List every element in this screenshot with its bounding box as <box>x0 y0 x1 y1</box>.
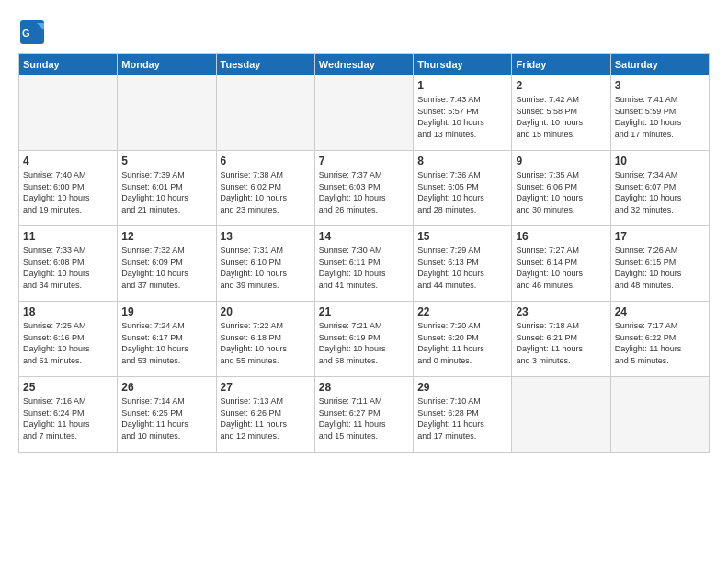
day-header-tuesday: Tuesday <box>216 54 314 75</box>
calendar-cell: 23Sunrise: 7:18 AM Sunset: 6:21 PM Dayli… <box>512 302 610 377</box>
day-info: Sunrise: 7:13 AM Sunset: 6:26 PM Dayligh… <box>221 396 311 442</box>
calendar-cell: 26Sunrise: 7:14 AM Sunset: 6:25 PM Dayli… <box>118 377 216 453</box>
day-number: 20 <box>221 305 311 318</box>
day-info: Sunrise: 7:20 AM Sunset: 6:20 PM Dayligh… <box>417 320 507 366</box>
day-number: 8 <box>417 155 507 167</box>
day-info: Sunrise: 7:25 AM Sunset: 6:16 PM Dayligh… <box>23 320 113 366</box>
day-info: Sunrise: 7:38 AM Sunset: 6:02 PM Dayligh… <box>221 169 311 215</box>
day-number: 2 <box>516 79 606 92</box>
calendar-cell: 6Sunrise: 7:38 AM Sunset: 6:02 PM Daylig… <box>216 151 314 226</box>
calendar-cell: 11Sunrise: 7:33 AM Sunset: 6:08 PM Dayli… <box>19 226 118 302</box>
day-header-thursday: Thursday <box>414 54 512 75</box>
day-info: Sunrise: 7:29 AM Sunset: 6:13 PM Dayligh… <box>417 245 507 291</box>
calendar-cell <box>512 377 610 453</box>
calendar-cell: 14Sunrise: 7:30 AM Sunset: 6:11 PM Dayli… <box>314 226 413 302</box>
day-info: Sunrise: 7:11 AM Sunset: 6:27 PM Dayligh… <box>319 396 409 442</box>
day-number: 1 <box>417 79 507 92</box>
day-info: Sunrise: 7:35 AM Sunset: 6:06 PM Dayligh… <box>516 169 606 215</box>
day-number: 23 <box>516 305 606 318</box>
day-number: 3 <box>615 79 705 92</box>
day-header-saturday: Saturday <box>610 54 709 75</box>
calendar-cell: 28Sunrise: 7:11 AM Sunset: 6:27 PM Dayli… <box>314 377 413 453</box>
day-info: Sunrise: 7:31 AM Sunset: 6:10 PM Dayligh… <box>221 245 311 291</box>
day-info: Sunrise: 7:30 AM Sunset: 6:11 PM Dayligh… <box>319 245 409 291</box>
day-info: Sunrise: 7:10 AM Sunset: 6:28 PM Dayligh… <box>417 396 507 442</box>
logo-icon: G <box>18 18 46 46</box>
week-row-4: 25Sunrise: 7:16 AM Sunset: 6:24 PM Dayli… <box>19 377 710 453</box>
day-info: Sunrise: 7:42 AM Sunset: 5:58 PM Dayligh… <box>516 94 606 140</box>
day-number: 24 <box>615 305 705 318</box>
day-info: Sunrise: 7:21 AM Sunset: 6:19 PM Dayligh… <box>319 320 409 366</box>
calendar-cell: 29Sunrise: 7:10 AM Sunset: 6:28 PM Dayli… <box>414 377 512 453</box>
calendar-cell <box>118 75 216 151</box>
day-number: 7 <box>319 155 409 167</box>
day-header-friday: Friday <box>512 54 610 75</box>
day-info: Sunrise: 7:22 AM Sunset: 6:18 PM Dayligh… <box>221 320 311 366</box>
day-info: Sunrise: 7:37 AM Sunset: 6:03 PM Dayligh… <box>319 169 409 215</box>
day-header-sunday: Sunday <box>19 54 118 75</box>
calendar-cell: 2Sunrise: 7:42 AM Sunset: 5:58 PM Daylig… <box>512 75 610 151</box>
calendar-cell: 24Sunrise: 7:17 AM Sunset: 6:22 PM Dayli… <box>610 302 709 377</box>
day-number: 22 <box>417 305 507 318</box>
week-row-2: 11Sunrise: 7:33 AM Sunset: 6:08 PM Dayli… <box>19 226 710 302</box>
day-number: 28 <box>319 381 409 394</box>
day-info: Sunrise: 7:33 AM Sunset: 6:08 PM Dayligh… <box>23 245 113 291</box>
day-number: 12 <box>121 230 211 243</box>
calendar-cell: 16Sunrise: 7:27 AM Sunset: 6:14 PM Dayli… <box>512 226 610 302</box>
day-info: Sunrise: 7:27 AM Sunset: 6:14 PM Dayligh… <box>516 245 606 291</box>
day-info: Sunrise: 7:24 AM Sunset: 6:17 PM Dayligh… <box>121 320 211 366</box>
page: G SundayMondayTuesdayWednesdayThursdayFr… <box>0 0 728 462</box>
calendar-cell: 10Sunrise: 7:34 AM Sunset: 6:07 PM Dayli… <box>610 151 709 226</box>
calendar-cell <box>314 75 413 151</box>
day-number: 4 <box>23 155 113 167</box>
calendar-table: SundayMondayTuesdayWednesdayThursdayFrid… <box>18 53 710 453</box>
day-info: Sunrise: 7:36 AM Sunset: 6:05 PM Dayligh… <box>417 169 507 215</box>
day-number: 29 <box>417 381 507 394</box>
day-number: 13 <box>221 230 311 243</box>
day-info: Sunrise: 7:34 AM Sunset: 6:07 PM Dayligh… <box>615 169 705 215</box>
day-number: 5 <box>121 155 211 167</box>
day-info: Sunrise: 7:26 AM Sunset: 6:15 PM Dayligh… <box>615 245 705 291</box>
calendar-cell: 9Sunrise: 7:35 AM Sunset: 6:06 PM Daylig… <box>512 151 610 226</box>
day-info: Sunrise: 7:14 AM Sunset: 6:25 PM Dayligh… <box>121 396 211 442</box>
calendar-cell: 5Sunrise: 7:39 AM Sunset: 6:01 PM Daylig… <box>118 151 216 226</box>
calendar-cell: 13Sunrise: 7:31 AM Sunset: 6:10 PM Dayli… <box>216 226 314 302</box>
day-number: 15 <box>417 230 507 243</box>
week-row-3: 18Sunrise: 7:25 AM Sunset: 6:16 PM Dayli… <box>19 302 710 377</box>
day-info: Sunrise: 7:39 AM Sunset: 6:01 PM Dayligh… <box>121 169 211 215</box>
day-header-monday: Monday <box>118 54 216 75</box>
day-info: Sunrise: 7:40 AM Sunset: 6:00 PM Dayligh… <box>23 169 113 215</box>
day-number: 14 <box>319 230 409 243</box>
day-number: 19 <box>121 305 211 318</box>
calendar-cell: 15Sunrise: 7:29 AM Sunset: 6:13 PM Dayli… <box>414 226 512 302</box>
day-info: Sunrise: 7:18 AM Sunset: 6:21 PM Dayligh… <box>516 320 606 366</box>
calendar-cell: 21Sunrise: 7:21 AM Sunset: 6:19 PM Dayli… <box>314 302 413 377</box>
calendar-cell: 22Sunrise: 7:20 AM Sunset: 6:20 PM Dayli… <box>414 302 512 377</box>
calendar-cell <box>610 377 709 453</box>
svg-text:G: G <box>22 28 30 39</box>
day-number: 27 <box>221 381 311 394</box>
calendar-cell: 8Sunrise: 7:36 AM Sunset: 6:05 PM Daylig… <box>414 151 512 226</box>
calendar-cell: 18Sunrise: 7:25 AM Sunset: 6:16 PM Dayli… <box>19 302 118 377</box>
calendar-cell: 4Sunrise: 7:40 AM Sunset: 6:00 PM Daylig… <box>19 151 118 226</box>
day-number: 9 <box>516 155 606 167</box>
day-info: Sunrise: 7:16 AM Sunset: 6:24 PM Dayligh… <box>23 396 113 442</box>
day-number: 11 <box>23 230 113 243</box>
calendar-cell: 19Sunrise: 7:24 AM Sunset: 6:17 PM Dayli… <box>118 302 216 377</box>
header: G <box>18 18 710 46</box>
day-number: 17 <box>615 230 705 243</box>
day-info: Sunrise: 7:32 AM Sunset: 6:09 PM Dayligh… <box>121 245 211 291</box>
calendar-cell: 12Sunrise: 7:32 AM Sunset: 6:09 PM Dayli… <box>118 226 216 302</box>
day-info: Sunrise: 7:41 AM Sunset: 5:59 PM Dayligh… <box>615 94 705 140</box>
calendar-cell: 17Sunrise: 7:26 AM Sunset: 6:15 PM Dayli… <box>610 226 709 302</box>
calendar-cell: 3Sunrise: 7:41 AM Sunset: 5:59 PM Daylig… <box>610 75 709 151</box>
day-number: 21 <box>319 305 409 318</box>
day-number: 26 <box>121 381 211 394</box>
calendar-cell <box>19 75 118 151</box>
day-number: 10 <box>615 155 705 167</box>
calendar-cell <box>216 75 314 151</box>
day-info: Sunrise: 7:43 AM Sunset: 5:57 PM Dayligh… <box>417 94 507 140</box>
calendar-header-row: SundayMondayTuesdayWednesdayThursdayFrid… <box>19 54 710 75</box>
calendar-cell: 20Sunrise: 7:22 AM Sunset: 6:18 PM Dayli… <box>216 302 314 377</box>
week-row-0: 1Sunrise: 7:43 AM Sunset: 5:57 PM Daylig… <box>19 75 710 151</box>
